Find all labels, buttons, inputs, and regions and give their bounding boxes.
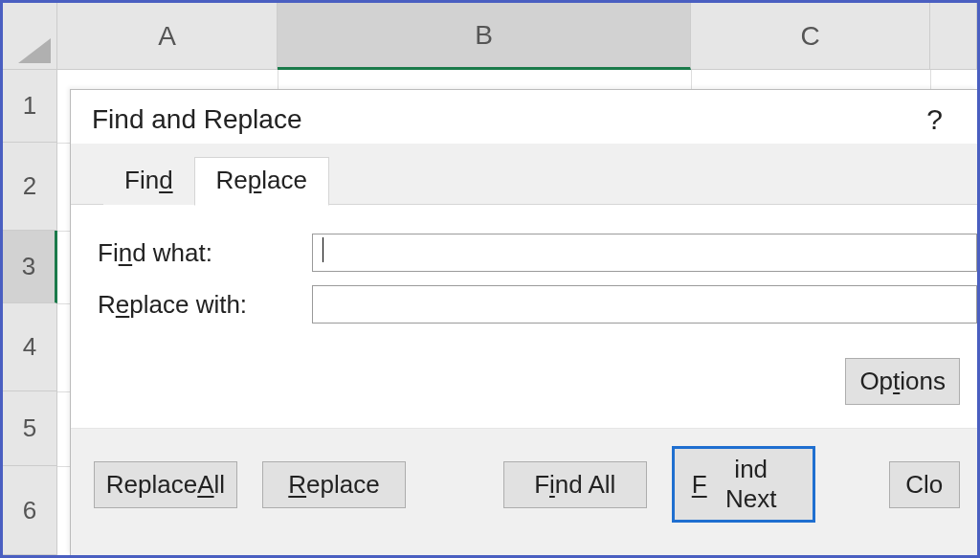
row-header-6[interactable]: 6 <box>3 466 57 555</box>
row-header-3[interactable]: 3 <box>3 231 57 303</box>
options-pre: Op <box>859 367 893 396</box>
replace-all-accel: A <box>197 470 213 500</box>
options-button[interactable]: Options <box>845 358 960 405</box>
dialog-title: Find and Replace <box>92 104 919 135</box>
row-header-1[interactable]: 1 <box>3 70 57 143</box>
options-post: ions <box>900 367 946 396</box>
tab-replace[interactable]: Replace <box>194 157 329 206</box>
dialog-footer: Replace All Replace Find All Find Next C… <box>71 428 977 540</box>
find-what-row: Find what: <box>98 234 977 272</box>
find-what-label-accel: n <box>119 238 132 267</box>
find-next-button[interactable]: Find Next <box>672 446 815 523</box>
options-row: Options <box>98 337 977 405</box>
dialog-titlebar: Find and Replace ? <box>71 90 977 144</box>
column-header-a[interactable]: A <box>57 3 278 70</box>
column-header-c[interactable]: C <box>691 3 930 70</box>
close-button[interactable]: Clo <box>889 461 960 508</box>
row-headers: 1 2 3 4 5 6 <box>3 70 57 555</box>
options-accel: t <box>893 367 900 396</box>
dialog-tabs: Find Replace <box>71 144 977 205</box>
tab-find-text: Fin <box>124 166 159 194</box>
replace-all-post: ll <box>214 470 226 500</box>
column-header-rest[interactable] <box>930 3 977 70</box>
replace-all-pre: Replace <box>106 470 197 500</box>
find-what-label-post: d what: <box>132 238 212 267</box>
row-header-4[interactable]: 4 <box>3 303 57 391</box>
find-all-button[interactable]: Find All <box>503 461 647 508</box>
text-caret <box>323 237 323 262</box>
find-next-accel: F <box>692 470 707 500</box>
tab-replace-accel: p <box>248 166 261 194</box>
row-header-2[interactable]: 2 <box>3 143 57 231</box>
replace-with-label-pre: R <box>98 290 116 319</box>
app-frame: A B C 1 2 3 4 5 6 Find and Replace ? <box>0 0 980 558</box>
row-header-5[interactable]: 5 <box>3 391 57 466</box>
replace-with-row: Replace with: <box>98 285 977 324</box>
select-all-triangle[interactable] <box>3 3 57 70</box>
column-headers: A B C <box>3 3 977 70</box>
close-pre: Clo <box>905 470 943 500</box>
find-next-post: ind Next <box>707 455 795 514</box>
tab-replace-text2: lace <box>261 166 307 194</box>
replace-with-input[interactable] <box>312 285 977 324</box>
help-icon[interactable]: ? <box>919 103 950 136</box>
find-all-pre: F <box>534 470 549 500</box>
replace-button[interactable]: Replace <box>262 461 406 508</box>
tab-find[interactable]: Find <box>103 158 194 205</box>
replace-accel: R <box>288 470 306 500</box>
replace-with-label: Replace with: <box>98 290 312 320</box>
find-what-label-pre: Fi <box>98 238 119 267</box>
replace-with-label-accel: e <box>116 290 129 319</box>
replace-with-label-post: place with: <box>129 290 247 319</box>
find-what-input[interactable] <box>312 234 977 272</box>
replace-all-button[interactable]: Replace All <box>94 461 237 508</box>
tab-replace-text: Re <box>216 166 248 194</box>
find-all-post: nd All <box>555 470 616 500</box>
replace-post: eplace <box>306 470 380 500</box>
column-header-b[interactable]: B <box>278 3 691 70</box>
find-replace-dialog: Find and Replace ? Find Replace Find wha… <box>70 89 977 555</box>
find-what-label: Find what: <box>98 238 312 268</box>
dialog-body: Find what: Replace with: Options <box>71 205 977 428</box>
tab-find-accel: d <box>159 166 172 194</box>
